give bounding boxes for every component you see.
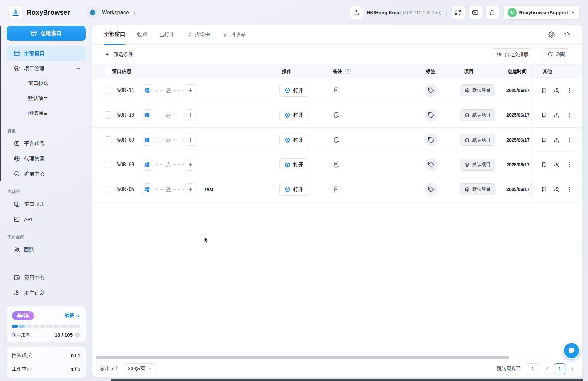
- tab-all-windows[interactable]: 全部窗口: [104, 25, 125, 44]
- open-window-button[interactable]: 打开: [279, 84, 308, 97]
- more-actions-icon[interactable]: [566, 112, 573, 118]
- connector-dash: [173, 189, 184, 190]
- custom-layout-button[interactable]: 自定义排版: [492, 48, 534, 60]
- bookmark-icon[interactable]: [541, 87, 547, 94]
- filter-button[interactable]: 筛选条件: [104, 51, 133, 58]
- row-checkbox[interactable]: [105, 136, 112, 143]
- support-chat-button[interactable]: [563, 342, 580, 359]
- tag-button[interactable]: [425, 158, 438, 171]
- tab-dispatching[interactable]: 投送中: [187, 25, 211, 44]
- add-proxy-button[interactable]: [185, 183, 196, 195]
- refresh-button[interactable]: 刷新: [543, 48, 570, 60]
- project-badge[interactable]: 默认项目: [460, 134, 495, 146]
- renew-link[interactable]: 续费: [65, 313, 80, 319]
- add-note-icon[interactable]: [333, 87, 340, 94]
- settings-gear-icon[interactable]: [548, 31, 555, 38]
- prev-page-button[interactable]: [544, 366, 550, 371]
- lock-button[interactable]: [485, 6, 499, 19]
- bookmark-icon[interactable]: [541, 137, 547, 143]
- sidebar-item-referral-program[interactable]: 推广计划: [7, 285, 86, 301]
- proxy-detect-button[interactable]: [350, 6, 363, 19]
- pagination-footer: 总计 5 个 20 条/页 跳转页数至 1: [92, 360, 582, 377]
- info-icon[interactable]: [75, 332, 80, 338]
- sidebar-item-proxy-resources[interactable]: 代理资源: [7, 151, 86, 166]
- more-actions-icon[interactable]: [566, 161, 573, 168]
- collapse-minus-icon[interactable]: [76, 66, 81, 71]
- sidebar-item-extension-center[interactable]: 扩展中心: [7, 166, 86, 181]
- open-window-button[interactable]: 打开: [279, 134, 308, 146]
- sidebar-item-window-dispatch[interactable]: 窗口投送: [17, 76, 86, 91]
- jump-page-input[interactable]: [525, 363, 540, 374]
- more-actions-icon[interactable]: [566, 137, 573, 143]
- avatar: RO: [508, 8, 517, 17]
- horizontal-scrollbar-thumb[interactable]: [96, 356, 509, 359]
- transfer-user-icon[interactable]: [553, 112, 560, 119]
- sidebar-item-test-project[interactable]: 测试项目: [17, 106, 86, 121]
- sidebar-spacer: [7, 257, 86, 270]
- row-checkbox[interactable]: [105, 111, 112, 119]
- add-note-icon[interactable]: [333, 161, 340, 168]
- bookmark-icon[interactable]: [541, 186, 547, 193]
- add-note-icon[interactable]: [333, 111, 340, 119]
- sidebar-item-label: 平台账号: [24, 140, 44, 147]
- sidebar-item-default-project[interactable]: 默认项目: [17, 91, 86, 106]
- open-window-button[interactable]: 打开: [279, 158, 308, 171]
- select-all-checkbox[interactable]: [105, 68, 112, 75]
- chevron-right-icon: [570, 366, 575, 371]
- add-proxy-button[interactable]: [185, 84, 196, 96]
- project-badge[interactable]: 默认项目: [460, 159, 495, 171]
- tag-button[interactable]: [425, 84, 438, 97]
- sidebar-item-platform-accounts[interactable]: 平台账号: [7, 136, 86, 151]
- project-badge[interactable]: 默认项目: [460, 183, 495, 195]
- project-badge[interactable]: 默认项目: [460, 84, 495, 96]
- add-proxy-button[interactable]: [185, 159, 196, 171]
- transfer-user-icon[interactable]: [553, 161, 560, 168]
- page-size-select[interactable]: 20 条/页: [124, 363, 156, 374]
- next-page-button[interactable]: [570, 366, 575, 371]
- tag-button[interactable]: [425, 109, 438, 122]
- row-checkbox[interactable]: [105, 87, 112, 94]
- messages-button[interactable]: [468, 6, 482, 19]
- chevron-down-icon: [571, 10, 575, 15]
- tab-favorites[interactable]: 收藏: [137, 25, 147, 44]
- sidebar-item-billing-center[interactable]: 费用中心: [7, 270, 86, 285]
- bookmark-icon[interactable]: [541, 112, 547, 118]
- tab-bar: 全部窗口 收藏 已打开 投送中 回收站: [92, 25, 582, 45]
- current-page-button[interactable]: 1: [554, 363, 565, 374]
- tab-opened[interactable]: 已打开: [159, 25, 175, 44]
- sidebar-item-api[interactable]: API: [7, 212, 86, 227]
- create-window-button[interactable]: 创建窗口: [7, 26, 86, 41]
- tag-manage-icon[interactable]: [564, 31, 570, 38]
- sync-button[interactable]: [451, 6, 465, 19]
- globe-icon: [13, 155, 20, 162]
- add-proxy-button[interactable]: [185, 134, 196, 146]
- bookmark-icon[interactable]: [541, 161, 547, 168]
- sidebar-item-team[interactable]: 团队: [7, 242, 86, 257]
- add-note-icon[interactable]: [333, 186, 340, 193]
- row-checkbox[interactable]: [105, 186, 112, 193]
- more-actions-icon[interactable]: [566, 87, 573, 94]
- note-visibility-icon[interactable]: [345, 68, 351, 74]
- account-menu[interactable]: RO RoxybrowserSupport: [503, 5, 580, 20]
- sidebar-item-window-sync[interactable]: 窗口同步: [7, 197, 86, 212]
- transfer-user-icon[interactable]: [553, 137, 560, 143]
- sidebar-item-project-mgmt[interactable]: 项目管理: [7, 61, 86, 76]
- more-actions-icon[interactable]: [566, 186, 573, 193]
- workspace-breadcrumb[interactable]: Workspace: [87, 7, 137, 18]
- usage-segment: [74, 325, 80, 328]
- refresh-label: 刷新: [556, 51, 566, 58]
- add-note-icon[interactable]: [333, 136, 340, 143]
- project-badge[interactable]: 默认项目: [460, 109, 495, 121]
- row-checkbox[interactable]: [105, 161, 112, 168]
- tag-button[interactable]: [425, 183, 438, 196]
- open-window-button[interactable]: 打开: [279, 183, 308, 196]
- tab-recycle-bin[interactable]: 回收站: [222, 25, 246, 44]
- transfer-user-icon[interactable]: [553, 186, 560, 193]
- sidebar-item-label: 代理资源: [24, 155, 44, 162]
- open-window-button[interactable]: 打开: [279, 109, 308, 121]
- transfer-user-icon[interactable]: [553, 87, 560, 94]
- add-proxy-button[interactable]: [185, 109, 196, 121]
- sidebar-item-all-windows[interactable]: 全部窗口: [7, 46, 86, 61]
- tag-button[interactable]: [425, 133, 438, 146]
- sliders-icon: [496, 51, 502, 57]
